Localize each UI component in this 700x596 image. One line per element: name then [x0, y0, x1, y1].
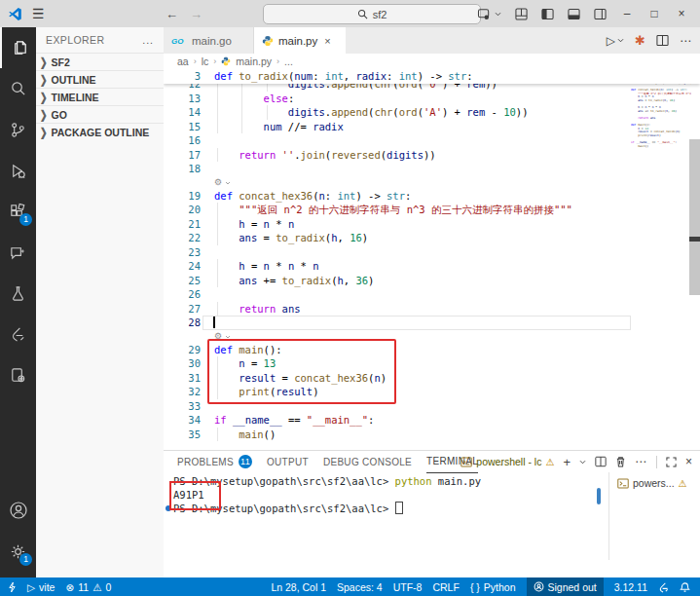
window-maximize-icon[interactable]: □ [647, 7, 661, 20]
toggle-panel-icon[interactable] [568, 8, 580, 20]
line-number[interactable]: 18 [164, 162, 201, 176]
panel-more-actions-icon[interactable]: ⋯ [635, 455, 647, 468]
terminal-output[interactable]: PS D:\mysetup\gopath\src\sf2\aa\lc> pyth… [164, 474, 602, 515]
line-number[interactable]: 14 [164, 105, 201, 120]
code-line[interactable]: 17 return ''.join(reversed(digits)) [164, 148, 700, 163]
terminal-scrollbar-thumb[interactable] [597, 488, 601, 504]
split-terminal-icon[interactable] [595, 456, 607, 467]
task-status-item[interactable]: ▷ vite [27, 581, 55, 593]
leetcode-status-icon[interactable] [658, 581, 669, 593]
source-control-icon[interactable] [0, 109, 36, 150]
split-editor-icon[interactable] [656, 34, 669, 47]
nav-forward-icon[interactable]: → [190, 7, 203, 21]
line-number[interactable]: 30 [164, 356, 201, 371]
file-settings-extension-icon[interactable] [0, 354, 36, 395]
editor-scrollbar-thumb[interactable] [689, 237, 700, 242]
tab-main-py[interactable]: main.py × [254, 27, 346, 54]
breadcrumb-item[interactable]: aa [177, 56, 189, 67]
line-number[interactable]: 35 [164, 428, 201, 442]
code-line[interactable]: 35 main() [164, 428, 700, 442]
breadcrumb-item[interactable]: lc [202, 56, 209, 67]
code-line[interactable]: 19def concat_hex36(n: int) -> str: [164, 189, 700, 204]
line-number[interactable]: 26 [164, 287, 201, 302]
problems-status-item[interactable]: ⊗ 11 ⚠ 0 [65, 581, 111, 593]
kill-terminal-trash-icon[interactable] [615, 456, 626, 467]
breadcrumb-item[interactable]: main.py [236, 56, 272, 67]
line-number[interactable]: 29 [164, 343, 201, 357]
toggle-secondary-sidebar-icon[interactable] [594, 8, 607, 20]
sidebar-section-timeline[interactable]: ❯TIMELINE [36, 88, 164, 105]
line-number[interactable]: 3 [164, 69, 201, 84]
code-action-gear[interactable]: ⚙ [164, 176, 700, 189]
terminal-list-item[interactable]: powers... ⚠ [613, 475, 700, 491]
editor-more-actions-icon[interactable]: ⋯ [680, 34, 692, 48]
window-close-icon[interactable]: × [675, 7, 688, 20]
line-number[interactable]: 27 [164, 302, 201, 317]
explorer-files-icon[interactable] [0, 27, 38, 68]
breadcrumb-item[interactable]: ... [284, 56, 293, 67]
encoding-item[interactable]: UTF-8 [393, 581, 423, 593]
line-number[interactable]: 19 [164, 189, 201, 204]
line-number[interactable]: 20 [164, 203, 201, 217]
panel-tab-output[interactable]: OUTPUT [267, 451, 309, 472]
sidebar-section-go[interactable]: ❯GO [36, 105, 164, 123]
code-line[interactable]: 13 else: [164, 92, 700, 106]
line-number[interactable]: 12 [164, 83, 201, 92]
editor-scrollbar[interactable] [689, 139, 700, 295]
code-line[interactable]: 23 [164, 245, 700, 260]
line-number[interactable]: 16 [164, 133, 201, 148]
terminal-line[interactable]: PS D:\mysetup\gopath\src\sf2\aa\lc> [164, 502, 602, 515]
code-line[interactable]: 14 digits.append(chr(ord('A') + rem - 10… [164, 105, 700, 120]
code-line[interactable]: 21 h = n * n [164, 217, 700, 232]
line-number[interactable]: 13 [164, 92, 201, 106]
leetcode-extension-icon[interactable] [0, 314, 36, 354]
window-minimize-icon[interactable]: – [620, 7, 634, 20]
terminal-dropdown-icon[interactable] [579, 460, 586, 465]
language-mode-item[interactable]: { } Python [470, 581, 516, 593]
new-terminal-button[interactable]: + [563, 455, 571, 469]
line-number[interactable]: 17 [164, 148, 201, 163]
code-line[interactable]: 15 num //= radix [164, 120, 700, 134]
code-line[interactable]: 12 digits.append(chr(ord('0') + rem)) [164, 83, 700, 92]
code-line[interactable]: 16 [164, 133, 700, 148]
eol-item[interactable]: CRLF [432, 581, 459, 593]
signed-out-item[interactable]: Signed out [527, 577, 604, 596]
line-number[interactable]: 23 [164, 245, 201, 260]
menu-hamburger-icon[interactable]: ☰ [32, 6, 45, 21]
line-number[interactable]: 24 [164, 259, 201, 274]
code-line[interactable]: 34if __name__ == "__main__": [164, 413, 700, 428]
tab-main-go[interactable]: GO main.go [164, 27, 254, 54]
toggle-primary-sidebar-icon[interactable] [541, 8, 554, 20]
search-sidebar-icon[interactable] [0, 68, 36, 109]
line-number[interactable]: 15 [164, 120, 201, 134]
close-panel-icon[interactable]: × [685, 455, 692, 468]
line-number[interactable]: 21 [164, 217, 201, 232]
sidebar-section-outline[interactable]: ❯OUTLINE [36, 70, 164, 88]
sidebar-section-sf2[interactable]: ❯SF2 [36, 53, 164, 70]
line-number[interactable]: 33 [164, 399, 201, 414]
breadcrumb[interactable]: aa › lc › main.py › ... [164, 54, 700, 69]
line-number[interactable]: 34 [164, 413, 201, 428]
terminal-line[interactable]: PS D:\mysetup\gopath\src\sf2\aa\lc> pyth… [164, 474, 602, 488]
extensions-icon[interactable]: 1 [0, 191, 36, 232]
tab-close-icon[interactable]: × [324, 35, 330, 47]
gear-icon[interactable]: ⚙ [214, 176, 231, 189]
code-line[interactable]: 25 ans += to_radix(h, 36) [164, 274, 700, 288]
terminal-shell-selector[interactable]: powershell - lc ⚠ [461, 456, 554, 467]
sticky-scroll-line[interactable]: 3def to_radix(num: int, radix: int) -> s… [164, 69, 700, 84]
run-python-button[interactable]: ▷ [607, 34, 624, 48]
chat-icon[interactable] [0, 232, 36, 273]
code-line[interactable]: 27 return ans [164, 302, 700, 317]
code-line[interactable]: 20 """返回 n^2 的十六进制字符串与 n^3 的三十六进制字符串的拼接"… [164, 203, 700, 217]
cursor-position-item[interactable]: Ln 28, Col 1 [271, 581, 326, 593]
copilot-menu-icon[interactable] [477, 8, 501, 20]
run-debug-icon[interactable] [0, 150, 36, 191]
nav-back-icon[interactable]: ← [166, 7, 178, 21]
indentation-item[interactable]: Spaces: 4 [337, 581, 383, 593]
customize-layout-icon[interactable] [515, 8, 528, 20]
maximize-panel-icon[interactable] [666, 457, 677, 467]
notifications-bell-icon[interactable] [680, 581, 690, 593]
python-version-item[interactable]: 3.12.11 [614, 581, 647, 593]
line-number[interactable]: 25 [164, 274, 201, 288]
panel-tab-debug-console[interactable]: DEBUG CONSOLE [323, 451, 412, 472]
